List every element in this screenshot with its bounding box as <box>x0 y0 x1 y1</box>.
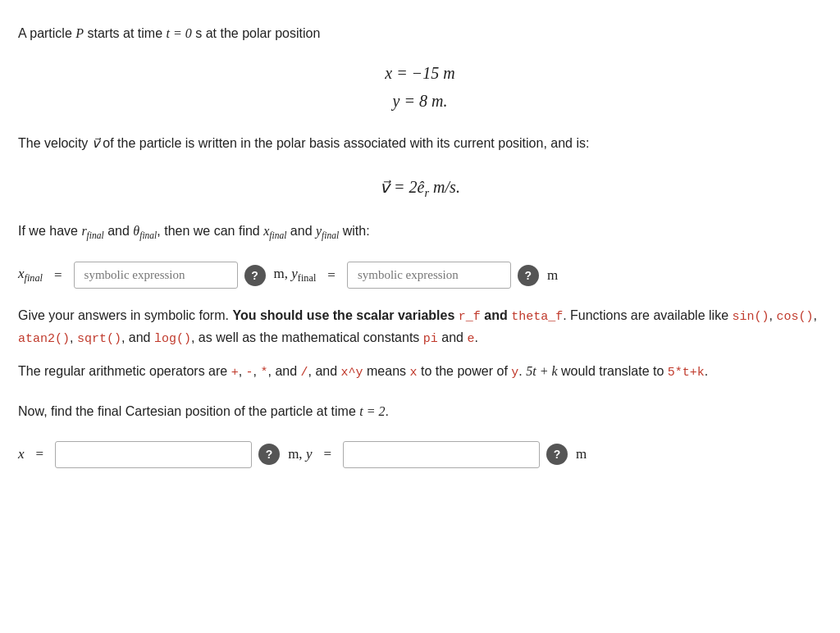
instructions-line1: Give your answers in symbolic form. You … <box>18 305 822 349</box>
velocity-symbol: v⃗ <box>92 136 99 150</box>
x-equation: x = −15 m <box>18 59 822 87</box>
x-label-2: x <box>18 446 25 462</box>
code-r-f: r_f <box>459 310 481 324</box>
y-unit-2: m <box>576 446 587 462</box>
r-final: rfinal <box>81 224 103 238</box>
time-t2: t = 2 <box>359 404 385 418</box>
velocity-eq-line: v⃗ = 2êr m/s. <box>18 173 822 203</box>
example-expr: 5t + k <box>526 364 557 378</box>
y-final-input[interactable] <box>347 262 511 289</box>
code-theta-f: theta_f <box>511 310 563 324</box>
x-value-help-button[interactable]: ? <box>258 444 280 465</box>
code-e: e <box>467 332 474 346</box>
code-pi: pi <box>423 332 438 346</box>
velocity-equation: v⃗ = 2êr m/s. <box>18 173 822 203</box>
y-value-input[interactable] <box>343 441 540 468</box>
code-xpow: x^y <box>341 366 363 380</box>
code-sin: sin() <box>732 310 769 324</box>
rfinal-paragraph: If we have rfinal and θfinal, then we ca… <box>18 221 822 244</box>
y-final-unit: m <box>547 267 558 284</box>
input-row-2: x = ? m, y = ? m <box>18 441 822 468</box>
equals-4: = <box>323 446 331 462</box>
code-plus: + <box>231 366 239 380</box>
input-row-1: xfinal = ? m, yfinal = ? m <box>18 262 822 289</box>
instructions-block: Give your answers in symbolic form. You … <box>18 305 822 383</box>
equals-3: = <box>36 446 44 462</box>
instructions-and: and <box>481 308 511 322</box>
x-final-help-button[interactable]: ? <box>244 265 266 286</box>
x-final-label: xfinal <box>18 266 43 285</box>
instructions-bold: You should use the scalar variables <box>232 308 458 322</box>
x-unit-2: m, y <box>288 446 312 462</box>
code-example: 5*t+k <box>668 366 705 380</box>
theta-final: θfinal <box>133 224 157 238</box>
final-paragraph: Now, find the final Cartesian position o… <box>18 401 822 422</box>
code-div: / <box>301 366 308 380</box>
intro-paragraph: A particle P starts at time t = 0 s at t… <box>18 23 822 44</box>
code-sqrt: sqrt() <box>77 332 121 346</box>
code-minus: - <box>246 366 253 380</box>
x-final-var: xfinal <box>263 224 286 238</box>
y-value-help-button[interactable]: ? <box>546 444 568 465</box>
page-content: A particle P starts at time t = 0 s at t… <box>18 23 822 468</box>
code-cos: cos() <box>776 310 813 324</box>
time-t0: t = 0 <box>167 26 192 40</box>
x-final-input[interactable] <box>74 262 238 289</box>
x-value-input[interactable] <box>55 441 252 468</box>
code-y-var: y <box>511 366 518 380</box>
instructions-line2: The regular arithmetic operators are +, … <box>18 361 822 383</box>
code-atan2: atan2() <box>18 332 70 346</box>
y-final-help-button[interactable]: ? <box>518 265 539 286</box>
y-equation: y = 8 m. <box>18 87 822 115</box>
particle-P: P <box>75 26 84 40</box>
code-mult: * <box>260 366 267 380</box>
equals-2: = <box>327 267 336 284</box>
x-final-unit: m, yfinal <box>274 266 317 285</box>
code-x-var: x <box>410 366 418 380</box>
equals-1: = <box>54 267 62 284</box>
initial-position-equations: x = −15 m y = 8 m. <box>18 59 822 115</box>
code-log: log() <box>154 332 191 346</box>
velocity-paragraph: The velocity v⃗ of the particle is writt… <box>18 133 822 154</box>
y-final-var: yfinal <box>316 224 339 238</box>
